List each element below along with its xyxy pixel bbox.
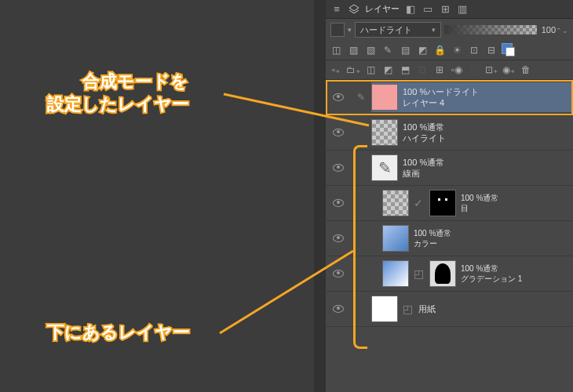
tool-icon[interactable]: ✎: [381, 43, 395, 57]
mask-thumbnail[interactable]: [429, 260, 456, 287]
eye-icon[interactable]: [333, 234, 344, 242]
layer-thumbnail[interactable]: [371, 296, 398, 322]
annotation-bottom: 下にあるレイヤー: [47, 321, 190, 344]
tool-icon[interactable]: ⊞: [432, 63, 447, 77]
layers-stack-icon[interactable]: [348, 3, 360, 16]
tool-icon[interactable]: ◫: [329, 43, 343, 57]
eye-icon[interactable]: [333, 129, 344, 136]
color-swatch-icon[interactable]: [502, 43, 513, 54]
tab-icon-3[interactable]: ▭: [422, 3, 434, 16]
layer-opacity-label: 100 %通常: [414, 228, 451, 238]
paper-icon: ◰: [414, 267, 426, 280]
layer-name: レイヤー 4: [403, 97, 479, 108]
blend-mode-row: ▾ ハードライト ▾ 100⌃⌄: [326, 19, 573, 41]
tool-icon[interactable]: ⊡: [415, 63, 429, 77]
annotation-top: 合成モードを 設定したレイヤー: [47, 71, 189, 115]
layer-opacity-label: 100 %通常: [461, 263, 522, 274]
tool-icon[interactable]: ◉₊: [502, 63, 516, 77]
layer-name: グラデーション 1: [461, 274, 522, 284]
mask-thumbnail[interactable]: [429, 190, 456, 216]
pencil-icon[interactable]: ✎: [351, 92, 371, 103]
tool-icon[interactable]: ▨: [346, 43, 360, 57]
blend-mode-value: ハードライト: [360, 24, 412, 36]
tab-icon-4[interactable]: ⊞: [439, 3, 451, 16]
layer-opacity-label: 100 %通常: [461, 193, 498, 203]
eye-icon[interactable]: [333, 270, 344, 278]
panel-title: レイヤー: [365, 3, 400, 15]
tool-icon[interactable]: ▧: [363, 43, 378, 57]
layer-row-selected[interactable]: ✎ 100 %ハードライト レイヤー 4: [326, 80, 573, 115]
layer-thumbnail[interactable]: [382, 260, 409, 287]
mask-icon[interactable]: ▫◉: [450, 63, 464, 77]
layer-name: ハイライト: [403, 132, 446, 143]
layer-thumbnail[interactable]: [382, 225, 409, 252]
opacity-value[interactable]: 100⌃⌄: [540, 25, 568, 34]
layer-thumbnail[interactable]: ✎: [371, 154, 398, 181]
layer-thumbnail[interactable]: [382, 190, 409, 216]
clip-check-icon: ✓: [414, 197, 426, 209]
tool-icon[interactable]: ◩: [415, 43, 429, 57]
layer-name: カラー: [414, 238, 451, 249]
tool-icon[interactable]: ⬚: [467, 63, 481, 77]
layer-thumbnail[interactable]: [371, 84, 398, 111]
chevron-down-icon[interactable]: ▾: [348, 26, 352, 34]
tool-icon[interactable]: ◫: [363, 63, 378, 77]
layer-name: 線画: [403, 168, 444, 179]
new-folder-icon[interactable]: 🗀₊: [346, 63, 360, 77]
eye-icon[interactable]: [333, 305, 344, 313]
blend-preview-icon[interactable]: [330, 23, 345, 37]
tab-icon-5[interactable]: ▥: [456, 3, 469, 16]
tab-icon-2[interactable]: ◧: [404, 3, 417, 16]
tool-icon[interactable]: ☀: [450, 43, 464, 57]
layer-opacity-label: 100 %ハードライト: [403, 86, 479, 97]
eye-icon[interactable]: [333, 164, 344, 172]
layer-opacity-label: 100 %通常: [403, 122, 446, 132]
paper-icon: ◰: [403, 303, 415, 315]
delete-layer-icon[interactable]: 🗑: [519, 63, 533, 77]
layer-opacity-label: 100 %通常: [403, 157, 444, 168]
tool-icon[interactable]: ⬒: [398, 63, 412, 77]
layer-toolbar-1: ◫ ▨ ▧ ✎ ▤ ◩ 🔒 ☀ ⊡ ⊟: [326, 41, 573, 60]
chevron-down-icon: ▾: [432, 26, 436, 34]
lock-icon[interactable]: 🔒: [432, 43, 447, 57]
layer-actions-row: ▫₊ 🗀₊ ◫ ◩ ⬒ ⊡ ⊞ ▫◉ ⬚ ⊡₊ ◉₊ 🗑: [326, 60, 573, 80]
duplicate-layer-icon[interactable]: ⊡₊: [484, 63, 498, 77]
menu-icon[interactable]: ≡: [330, 3, 343, 16]
eye-icon[interactable]: [333, 93, 344, 101]
layer-name: 目: [461, 203, 498, 213]
tool-icon[interactable]: ⊟: [484, 43, 498, 57]
opacity-slider[interactable]: [444, 25, 537, 34]
blend-mode-dropdown[interactable]: ハードライト ▾: [355, 22, 441, 38]
layer-thumbnail[interactable]: [371, 119, 398, 146]
tool-icon[interactable]: ⊡: [467, 43, 481, 57]
panel-tabs: ≡ レイヤー ◧ ▭ ⊞ ▥: [326, 0, 573, 19]
eye-icon[interactable]: [333, 199, 344, 207]
tool-icon[interactable]: ▤: [398, 43, 412, 57]
annotation-bracket: [353, 145, 367, 349]
tool-icon[interactable]: ◩: [381, 63, 395, 77]
new-layer-icon[interactable]: ▫₊: [329, 63, 343, 77]
layer-name: 用紙: [418, 303, 436, 314]
